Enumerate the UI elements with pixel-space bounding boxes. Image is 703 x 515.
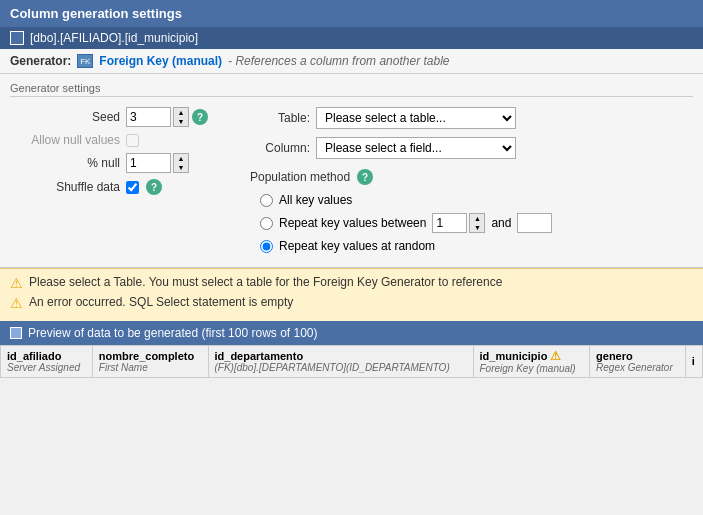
radio-repeat-between[interactable]: [260, 217, 273, 230]
col-sub-id-departamento: (FK)[dbo].[DEPARTAMENTO](ID_DEPARTAMENTO…: [215, 362, 467, 373]
radio-repeat-between-label[interactable]: Repeat key values between: [279, 216, 426, 230]
warning-section: ⚠ Please select a Table. You must select…: [0, 268, 703, 321]
col-warn-header-id-municipio: id_municipio ⚠: [480, 349, 584, 363]
main-content: Generator settings Seed 3 ▲ ▼ ? Allow nu…: [0, 74, 703, 268]
table-dropdown-label: Table:: [250, 111, 310, 125]
col-name-i: i: [692, 355, 696, 367]
generator-type[interactable]: Foreign Key (manual): [99, 54, 222, 68]
seed-spinner: 3 ▲ ▼: [126, 107, 189, 127]
generator-label: Generator:: [10, 54, 71, 68]
radio-all-key-row: All key values: [260, 193, 693, 207]
shuffle-checkbox[interactable]: [126, 181, 139, 194]
preview-header-row: id_afiliado Server Assigned nombre_compl…: [1, 345, 703, 377]
percent-null-input[interactable]: 1: [126, 153, 171, 173]
radio-between-row: Repeat key values between ▲ ▼ and: [260, 213, 693, 233]
col-name-id-afiliado: id_afiliado: [7, 350, 86, 362]
right-panel: Table: Please select a table... Column: …: [250, 107, 693, 259]
table-dropdown[interactable]: Please select a table...: [316, 107, 516, 129]
radio-all-key-label[interactable]: All key values: [279, 193, 352, 207]
warning-text-1: Please select a Table. You must select a…: [29, 275, 502, 289]
col-sub-genero: Regex Generator: [596, 362, 679, 373]
table-icon: [10, 31, 24, 45]
preview-table: id_afiliado Server Assigned nombre_compl…: [0, 345, 703, 378]
generator-bar: Generator: FK Foreign Key (manual) - Ref…: [0, 49, 703, 74]
col-id-departamento: id_departamento (FK)[dbo].[DEPARTAMENTO]…: [208, 345, 473, 377]
shuffle-checkbox-row: ?: [126, 179, 162, 195]
seed-arrows: ▲ ▼: [173, 107, 189, 127]
col-name-id-municipio: id_municipio: [480, 350, 548, 362]
shuffle-row: Shuffle data ?: [10, 179, 230, 195]
between-down-button[interactable]: ▼: [470, 223, 484, 232]
table-dropdown-row: Table: Please select a table...: [250, 107, 693, 129]
title-bar: Column generation settings: [0, 0, 703, 27]
shuffle-label: Shuffle data: [10, 180, 120, 194]
percent-null-spinner: 1 ▲ ▼: [126, 153, 189, 173]
col-sub-id-afiliado: Server Assigned: [7, 362, 86, 373]
population-title: Population method: [250, 170, 350, 184]
col-name-nombre-completo: nombre_completo: [99, 350, 202, 362]
percent-null-up-button[interactable]: ▲: [174, 154, 188, 163]
col-name-id-departamento: id_departamento: [215, 350, 467, 362]
col-warn-icon-id-municipio: ⚠: [550, 349, 561, 363]
col-sub-id-municipio: Foreign Key (manual): [480, 363, 584, 374]
column-dropdown[interactable]: Please select a field...: [316, 137, 516, 159]
seed-help-icon[interactable]: ?: [192, 109, 208, 125]
column-dropdown-label: Column:: [250, 141, 310, 155]
warn-icon-1: ⚠: [10, 275, 23, 292]
fk-icon: FK: [77, 54, 93, 68]
null-values-label: Allow null values: [10, 133, 120, 147]
preview-title: Preview of data to be generated (first 1…: [28, 326, 318, 340]
and-input[interactable]: [517, 213, 552, 233]
between-spinner: ▲ ▼: [432, 213, 485, 233]
subtitle-text: [dbo].[AFILIADO].[id_municipio]: [30, 31, 198, 45]
subtitle-bar: [dbo].[AFILIADO].[id_municipio]: [0, 27, 703, 49]
col-name-genero: genero: [596, 350, 679, 362]
radio-repeat-random-label[interactable]: Repeat key values at random: [279, 239, 435, 253]
seed-input[interactable]: 3: [126, 107, 171, 127]
seed-row: Seed 3 ▲ ▼ ?: [10, 107, 230, 127]
population-help-icon[interactable]: ?: [357, 169, 373, 185]
null-values-checkbox[interactable]: [126, 134, 139, 147]
radio-repeat-random[interactable]: [260, 240, 273, 253]
warning-item-1: ⚠ Please select a Table. You must select…: [10, 275, 693, 292]
seed-up-button[interactable]: ▲: [174, 108, 188, 117]
null-values-row: Allow null values: [10, 133, 230, 147]
and-label: and: [491, 216, 511, 230]
population-title-row: Population method ?: [250, 169, 693, 185]
column-dropdown-row: Column: Please select a field...: [250, 137, 693, 159]
population-section: Population method ? All key values Repea…: [250, 169, 693, 253]
warning-text-2: An error occurred. SQL Select statement …: [29, 295, 293, 309]
radio-all-key[interactable]: [260, 194, 273, 207]
settings-grid: Seed 3 ▲ ▼ ? Allow null values % null: [10, 107, 693, 259]
percent-null-row: % null 1 ▲ ▼: [10, 153, 230, 173]
col-id-afiliado: id_afiliado Server Assigned: [1, 345, 93, 377]
between-arrows: ▲ ▼: [469, 213, 485, 233]
left-panel: Seed 3 ▲ ▼ ? Allow null values % null: [10, 107, 230, 259]
radio-random-row: Repeat key values at random: [260, 239, 693, 253]
section-title: Generator settings: [10, 82, 693, 97]
col-sub-nombre-completo: First Name: [99, 362, 202, 373]
percent-null-down-button[interactable]: ▼: [174, 163, 188, 172]
preview-table-icon: [10, 327, 22, 339]
between-up-button[interactable]: ▲: [470, 214, 484, 223]
generator-desc: - References a column from another table: [228, 54, 449, 68]
warning-item-2: ⚠ An error occurred. SQL Select statemen…: [10, 295, 693, 312]
col-genero: genero Regex Generator: [590, 345, 686, 377]
col-nombre-completo: nombre_completo First Name: [92, 345, 208, 377]
percent-null-label: % null: [10, 156, 120, 170]
percent-null-arrows: ▲ ▼: [173, 153, 189, 173]
seed-down-button[interactable]: ▼: [174, 117, 188, 126]
col-i: i: [685, 345, 702, 377]
preview-table-wrapper: id_afiliado Server Assigned nombre_compl…: [0, 345, 703, 378]
col-id-municipio: id_municipio ⚠ Foreign Key (manual): [473, 345, 590, 377]
preview-header: Preview of data to be generated (first 1…: [0, 321, 703, 345]
warn-icon-2: ⚠: [10, 295, 23, 312]
shuffle-help-icon[interactable]: ?: [146, 179, 162, 195]
between-input[interactable]: [432, 213, 467, 233]
title-text: Column generation settings: [10, 6, 182, 21]
seed-label: Seed: [10, 110, 120, 124]
